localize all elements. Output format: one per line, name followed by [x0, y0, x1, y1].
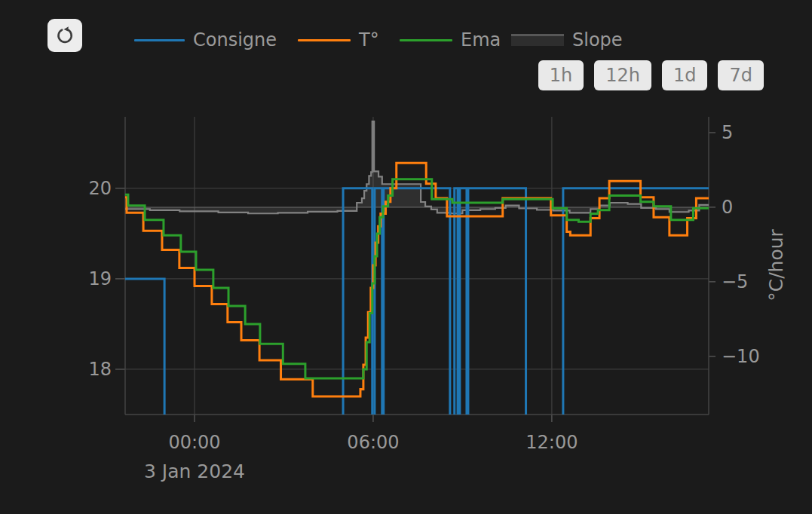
legend-label: Consigne — [193, 29, 277, 50]
legend-item-consigne[interactable]: Consigne — [134, 29, 277, 51]
range-button-1h[interactable]: 1h — [538, 60, 584, 90]
slope-area-swatch — [511, 34, 564, 46]
svg-text:3 Jan 2024: 3 Jan 2024 — [144, 460, 245, 482]
legend-label: T° — [359, 29, 379, 50]
range-button-7d[interactable]: 7d — [718, 60, 764, 90]
svg-text:°C/hour: °C/hour — [765, 228, 787, 301]
legend-item-temperature[interactable]: T° — [298, 29, 379, 51]
thermostat-chart-page: 00:0006:0012:0020191850−5−103 Jan 2024°C… — [0, 0, 812, 514]
svg-text:19: 19 — [88, 268, 112, 289]
legend-item-slope[interactable]: Slope — [511, 29, 623, 51]
svg-text:−5: −5 — [722, 271, 748, 292]
ema-line-swatch — [400, 39, 452, 41]
time-range-selector: 1h 12h 1d 7d — [538, 60, 764, 90]
svg-text:0: 0 — [722, 197, 733, 218]
range-button-12h[interactable]: 12h — [594, 60, 651, 90]
svg-text:5: 5 — [722, 122, 733, 143]
legend-label: Slope — [572, 29, 623, 50]
svg-text:12:00: 12:00 — [526, 432, 578, 453]
svg-text:18: 18 — [88, 359, 112, 380]
legend-item-ema[interactable]: Ema — [400, 29, 501, 51]
legend: Consigne T° Ema Slope — [0, 29, 812, 51]
svg-text:00:00: 00:00 — [168, 432, 220, 453]
svg-text:20: 20 — [88, 178, 112, 199]
svg-text:−10: −10 — [722, 346, 760, 367]
consigne-line-swatch — [134, 39, 185, 41]
temperature-line-swatch — [298, 39, 351, 41]
svg-text:06:00: 06:00 — [347, 432, 399, 453]
legend-label: Ema — [461, 29, 501, 50]
range-button-1d[interactable]: 1d — [662, 60, 708, 90]
